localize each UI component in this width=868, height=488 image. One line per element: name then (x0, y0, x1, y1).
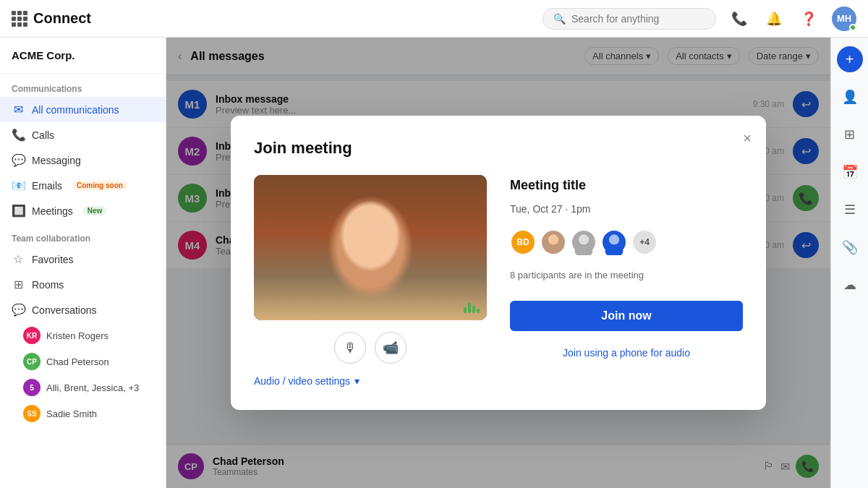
all-comm-icon: ✉ (12, 103, 25, 116)
mic-icon: 🎙 (344, 341, 357, 356)
sidebar-item-label: Favorites (32, 254, 74, 265)
modal-close-button[interactable]: × (743, 130, 752, 147)
favorites-icon: ☆ (12, 252, 25, 266)
topbar: Connect 🔍 📞 🔔 ❓ MH (0, 0, 868, 38)
main-layout: ACME Corp. Communications ✉ All communic… (0, 38, 868, 488)
communications-section-label: Communications (0, 74, 166, 97)
search-input[interactable] (571, 13, 705, 25)
person-icon[interactable]: 👤 (837, 84, 863, 110)
modal-title: Join meeting (254, 139, 743, 158)
svg-point-4 (609, 234, 619, 244)
participants-row: BD (510, 229, 743, 255)
video-face-sim (254, 175, 487, 320)
conv-item-sadie[interactable]: SS Sadie Smith (0, 401, 166, 427)
sidebar: ACME Corp. Communications ✉ All communic… (0, 38, 166, 488)
app-title: Connect (33, 10, 91, 27)
calendar-icon[interactable]: 📅 (837, 159, 863, 185)
audio-level-bars (464, 303, 480, 313)
conv-avatar-kristen: KR (23, 327, 41, 344)
participant-count: +4 (631, 229, 658, 255)
new-badge: New (83, 206, 107, 215)
grid-view-icon[interactable]: ⊞ (837, 121, 863, 147)
participant-avatar-2 (571, 229, 597, 255)
meetings-icon: 🔲 (12, 204, 25, 218)
camera-icon: 📹 (383, 340, 399, 356)
conv-item-alli[interactable]: 5 Alli, Brent, Jessica, +3 (0, 374, 166, 401)
sidebar-item-label: Messaging (32, 155, 81, 166)
sidebar-item-label: Meetings (32, 205, 73, 217)
right-iconbar: + 👤 ⊞ 📅 ☰ 📎 ☁ (830, 38, 868, 488)
chevron-down-icon: ▾ (354, 375, 359, 387)
video-preview (254, 175, 487, 320)
meeting-info-panel: Meeting title Tue, Oct 27 · 1pm BD (510, 175, 743, 387)
user-avatar[interactable]: MH (832, 7, 856, 31)
participants-count-text: 8 participants are in the meeting (510, 270, 743, 281)
add-button[interactable]: + (837, 46, 863, 72)
sidebar-item-label: All communications (32, 104, 119, 116)
calls-icon: 📞 (12, 128, 25, 142)
svg-point-2 (579, 234, 589, 244)
conv-name-sadie: Sadie Smith (46, 408, 97, 419)
conv-name-kristen: Kristen Rogers (46, 330, 109, 341)
messaging-icon: 💬 (12, 153, 25, 167)
conv-name-alli: Alli, Brent, Jessica, +3 (46, 382, 139, 393)
mic-button[interactable]: 🎙 (334, 332, 366, 364)
conv-avatar-sadie: SS (23, 405, 41, 422)
sidebar-item-messaging[interactable]: 💬 Messaging (0, 147, 166, 173)
svg-point-1 (545, 244, 563, 254)
join-phone-link[interactable]: Join using a phone for audio (510, 347, 743, 359)
search-bar[interactable]: 🔍 (542, 8, 716, 30)
join-meeting-modal: × Join meeting (231, 116, 766, 410)
topbar-actions: 📞 🔔 ❓ MH (728, 7, 856, 31)
sidebar-item-label: Emails (32, 180, 62, 192)
sidebar-item-label: Calls (32, 129, 54, 141)
join-now-button[interactable]: Join now (510, 301, 743, 331)
sidebar-item-calls[interactable]: 📞 Calls (0, 122, 166, 147)
conv-avatar-chad: CP (23, 353, 41, 370)
modal-body: 🎙 📹 Audio / video settings ▾ (254, 175, 743, 387)
apps-grid-icon (12, 11, 27, 27)
help-icon[interactable]: ❓ (797, 7, 820, 30)
avatar-status-indicator (849, 24, 856, 31)
notifications-icon[interactable]: 🔔 (762, 7, 786, 30)
content-area: ‹ All messages All channels ▾ All contac… (166, 38, 830, 488)
conv-item-kristen[interactable]: KR Kristen Rogers (0, 322, 166, 348)
conversations-icon: 💬 (12, 303, 25, 317)
list-icon[interactable]: ☰ (837, 197, 863, 223)
sidebar-item-rooms[interactable]: ⊞ Rooms (0, 272, 166, 297)
sidebar-item-conversations[interactable]: 💬 Conversations (0, 297, 166, 322)
conv-item-chad[interactable]: CP Chad Peterson (0, 348, 166, 374)
rooms-icon: ⊞ (12, 278, 25, 291)
sidebar-item-favorites[interactable]: ☆ Favorites (0, 247, 166, 272)
video-area: 🎙 📹 Audio / video settings ▾ (254, 175, 487, 387)
sidebar-item-label: Conversations (32, 304, 97, 316)
conv-avatar-alli: 5 (23, 379, 41, 396)
apps-menu-button[interactable] (12, 11, 27, 27)
audio-settings-label: Audio / video settings (254, 375, 350, 387)
cloud-icon[interactable]: ☁ (837, 272, 863, 298)
svg-point-5 (605, 244, 624, 254)
participant-avatar-1 (540, 229, 566, 255)
meeting-title: Meeting title (510, 178, 743, 193)
svg-point-0 (548, 234, 558, 244)
audio-settings-toggle[interactable]: Audio / video settings ▾ (254, 375, 487, 387)
meeting-date: Tue, Oct 27 · 1pm (510, 203, 743, 215)
sidebar-item-label: Rooms (32, 279, 64, 291)
conv-name-chad: Chad Peterson (46, 356, 109, 367)
search-icon: 🔍 (553, 13, 566, 25)
coming-soon-badge: Coming soon (72, 181, 127, 190)
team-section-label: Team collaboration (0, 223, 166, 247)
participant-avatar-3 (601, 229, 627, 255)
video-controls: 🎙 📹 (254, 332, 487, 364)
sidebar-item-all-communications[interactable]: ✉ All communications (0, 97, 166, 122)
modal-overlay[interactable]: × Join meeting (166, 38, 830, 488)
phone-icon[interactable]: 📞 (728, 7, 751, 30)
paperclip-icon[interactable]: 📎 (837, 234, 863, 260)
sidebar-item-emails[interactable]: 📧 Emails Coming soon (0, 173, 166, 198)
sidebar-item-meetings[interactable]: 🔲 Meetings New (0, 198, 166, 223)
emails-icon: 📧 (12, 179, 25, 192)
camera-button[interactable]: 📹 (375, 332, 407, 364)
org-name: ACME Corp. (0, 38, 166, 74)
participant-avatar-bd: BD (510, 229, 536, 255)
svg-point-3 (575, 244, 593, 254)
